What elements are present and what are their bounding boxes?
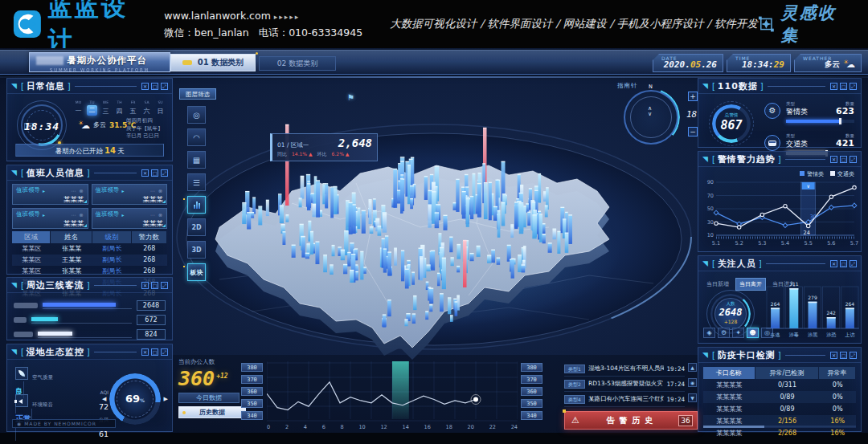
chart-layer-button[interactable] bbox=[187, 196, 206, 214]
table-row[interactable]: 某某某某0/890% bbox=[703, 391, 856, 403]
expand-icon[interactable]: ⤢ bbox=[850, 156, 857, 163]
poi-layer-button[interactable]: ◎ bbox=[187, 106, 206, 124]
close-icon[interactable]: ✕ bbox=[141, 348, 149, 356]
history-data-button[interactable]: 历史数据 bbox=[178, 406, 246, 418]
flag-marker-icon[interactable]: ⚑ bbox=[347, 93, 354, 102]
more-icon[interactable]: ⋯ ⊗ bbox=[72, 188, 84, 193]
chart-bars-icon bbox=[194, 202, 200, 209]
rate-value: 0% bbox=[819, 391, 856, 403]
window-icon[interactable]: □ bbox=[840, 83, 847, 90]
list-layer-button[interactable]: ☰ bbox=[187, 173, 206, 191]
expand-icon[interactable]: ⤢ bbox=[161, 282, 168, 289]
column-header[interactable]: 异常/已检测 bbox=[755, 367, 819, 379]
badge-icon[interactable]: ◈ bbox=[703, 328, 715, 338]
alert-time: 19:24 bbox=[666, 396, 685, 403]
radar-layer-button[interactable]: ◠ bbox=[187, 128, 206, 146]
duty-leader-card[interactable]: 值班领导▸⋯ ⊗某某某 bbox=[92, 208, 168, 229]
cloud-icon: ☀☁ bbox=[843, 59, 855, 68]
alert-item[interactable]: 类型2RD13-53烟感报警疑似火灾17:24 bbox=[564, 377, 685, 392]
table-row[interactable]: 某某区王某某副局长268 bbox=[12, 255, 167, 266]
flow-bars: 2648672824 bbox=[14, 298, 166, 341]
window-icon[interactable]: □ bbox=[151, 83, 158, 90]
table-row[interactable]: 某某区张某某副局长268 bbox=[12, 243, 167, 255]
duty-leader-card[interactable]: 值班领导▸⋯ ⊗某某某 bbox=[92, 184, 168, 205]
column-header[interactable]: 级别 bbox=[92, 231, 130, 243]
grid-layer-button[interactable]: ▦ bbox=[187, 151, 206, 169]
tab-data-category-1[interactable]: 01 数据类别 bbox=[170, 54, 256, 71]
alert-history-banner[interactable]: ⚠ 告警历史 36 bbox=[564, 411, 698, 430]
svg-text:30: 30 bbox=[707, 219, 714, 226]
person-icon[interactable]: ☻ bbox=[747, 328, 759, 338]
table-scrollbar[interactable] bbox=[703, 426, 856, 428]
zoom-out-button[interactable]: − bbox=[688, 127, 698, 136]
column-header[interactable]: 区域 bbox=[12, 231, 50, 243]
more-icon[interactable]: ⋯ ⊗ bbox=[150, 212, 163, 218]
mode-3d-button[interactable]: 3D bbox=[187, 241, 206, 259]
today-data-button[interactable]: 今日数据 bbox=[178, 393, 240, 403]
table-cell: 268 bbox=[132, 266, 167, 277]
gear-icon[interactable]: ⚙ bbox=[718, 328, 730, 338]
close-icon[interactable]: ✕ bbox=[830, 83, 837, 90]
column-header[interactable]: 异常率 bbox=[819, 367, 855, 379]
duty-leader-card[interactable]: 值班领导▸⋯ ⊗某某某 bbox=[12, 208, 88, 229]
table-row[interactable]: 某某某某0/3110% bbox=[703, 379, 856, 391]
column-header[interactable]: 卡口名称 bbox=[703, 367, 755, 379]
close-icon[interactable]: ✕ bbox=[141, 169, 149, 177]
alert-time: 19:24 bbox=[666, 365, 685, 373]
checkpoint-name: 某某某某 bbox=[703, 403, 755, 415]
window-icon[interactable]: □ bbox=[151, 348, 158, 356]
close-icon[interactable]: ✕ bbox=[830, 156, 837, 163]
website-link[interactable]: www.lanlanwork.com bbox=[164, 10, 271, 22]
close-icon[interactable]: ✕ bbox=[830, 352, 837, 359]
flow-value: 672 bbox=[137, 315, 166, 325]
expand-icon[interactable]: ⤢ bbox=[161, 348, 168, 356]
x-tick-label: 10 bbox=[358, 424, 365, 430]
window-icon[interactable]: □ bbox=[840, 156, 847, 163]
expand-icon[interactable]: ⤢ bbox=[161, 169, 168, 177]
tab-data-category-2[interactable]: 02 数据类别 bbox=[259, 56, 336, 71]
y-tick-plate: 370 bbox=[521, 375, 542, 384]
scroll-down-button[interactable]: ▼ bbox=[688, 393, 697, 402]
svg-text:70: 70 bbox=[707, 193, 714, 199]
window-icon[interactable]: □ bbox=[151, 282, 158, 289]
expand-icon[interactable]: ⤢ bbox=[850, 352, 857, 359]
warning-icon: ⚠ bbox=[571, 415, 579, 426]
platform-title: 暑期办公协作平台 bbox=[67, 55, 147, 67]
expand-icon[interactable]: ⤢ bbox=[161, 83, 168, 90]
screenshot-root: 蓝蓝设计 www.lanlanwork.com ▸▸▸▸▸ 微信：ben_lan… bbox=[0, 0, 868, 444]
zoom-in-button[interactable]: + bbox=[688, 92, 698, 101]
table-row[interactable]: 某某某某2/26816% bbox=[703, 427, 856, 439]
window-icon[interactable]: □ bbox=[840, 260, 847, 267]
column-header[interactable]: 警力数 bbox=[132, 231, 166, 243]
table-row[interactable]: 某某区张某某副局长268 bbox=[12, 266, 167, 277]
flow-row: 2648 bbox=[14, 298, 166, 312]
window-icon[interactable]: □ bbox=[151, 169, 158, 177]
more-icon[interactable]: ⋯ ⊗ bbox=[72, 212, 84, 218]
duty-leader-card[interactable]: 值班领导▸⋯ ⊗某某某 bbox=[12, 184, 88, 205]
y-axis-plates-left: 380370360350340 bbox=[241, 363, 263, 420]
mode-2d-button[interactable]: 2D bbox=[187, 218, 206, 236]
window-icon[interactable]: □ bbox=[840, 352, 847, 359]
platform-subtitle: SUMMER WORKING PLATFORM bbox=[43, 67, 157, 71]
close-icon[interactable]: ✕ bbox=[830, 260, 837, 267]
star-icon[interactable]: ✦ bbox=[732, 328, 744, 338]
expand-icon[interactable]: ⤢ bbox=[850, 260, 857, 267]
scroll-up-button[interactable]: ▲ bbox=[688, 363, 697, 372]
scroll-dot-button[interactable]: ◉ bbox=[688, 378, 697, 387]
column-header[interactable]: 姓名 bbox=[51, 231, 92, 243]
close-icon[interactable]: ✕ bbox=[141, 282, 149, 289]
weather-plate: WEATHER 多云☀☁ bbox=[794, 54, 862, 72]
y-tick-plate: 340 bbox=[241, 411, 263, 420]
focus-tab[interactable]: 当日新增 bbox=[703, 279, 732, 290]
svg-text:涉黑: 涉黑 bbox=[808, 332, 818, 337]
more-icon[interactable]: ⋯ ⊗ bbox=[150, 188, 163, 193]
focus-tab[interactable]: 当日离开 bbox=[735, 278, 766, 291]
alert-item[interactable]: 类型4某路口有小汽车连闯三个红灯19:24 bbox=[564, 392, 685, 407]
mode-block-button[interactable]: 板块 bbox=[187, 263, 206, 281]
tab-active-pill bbox=[182, 60, 192, 65]
alert-item[interactable]: 类型1湿地3-104片区有不明人员闯入19:24 bbox=[564, 361, 685, 377]
inspiration-collect[interactable]: 灵感收集 bbox=[758, 2, 850, 47]
close-icon[interactable]: ✕ bbox=[141, 83, 149, 90]
table-row[interactable]: 某某某某0/890% bbox=[703, 403, 856, 415]
expand-icon[interactable]: ⤢ bbox=[850, 83, 857, 90]
